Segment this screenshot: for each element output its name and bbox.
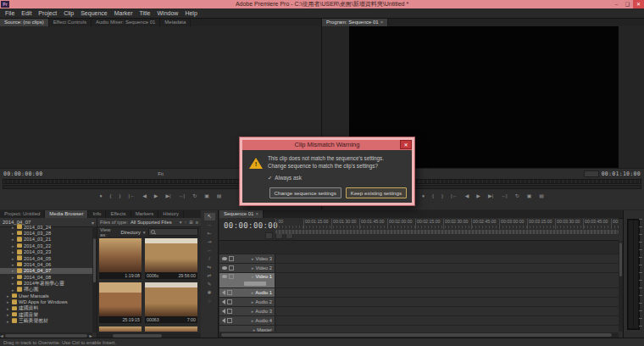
track-lane[interactable]	[275, 298, 619, 306]
clip-thumbnail[interactable]: 0006c 29:56:00	[145, 238, 197, 279]
clip-thumbnail[interactable]: 00063 7:00	[145, 282, 197, 323]
play-icon[interactable]: ▶	[476, 191, 480, 202]
panel-tab[interactable]: Source: (no clips)	[0, 19, 49, 26]
panel-tab[interactable]: Effect Controls	[49, 19, 92, 26]
menu-item[interactable]: Edit	[18, 8, 35, 18]
track-lane[interactable]	[275, 326, 619, 332]
ripple-edit-tool[interactable]: ⇤	[204, 230, 215, 237]
sequence-tab[interactable]: Sequence 01×	[219, 210, 264, 218]
tab-close-icon[interactable]: ×	[380, 19, 384, 26]
folder-item[interactable]: ▸ 2014_03_24	[0, 224, 92, 230]
folder-item[interactable]: ▸ 2014_03_23	[0, 249, 92, 255]
chevron-down-icon[interactable]: ▾	[143, 230, 146, 235]
dialog-close-button[interactable]: ✕	[400, 140, 412, 149]
sync-lock-icon[interactable]	[229, 256, 234, 261]
collapse-track-icon[interactable]: ▸	[252, 274, 254, 279]
expand-icon[interactable]: ▸	[7, 306, 10, 311]
go-to-in-icon[interactable]: |←	[451, 191, 458, 202]
expand-icon[interactable]: ▸	[12, 262, 15, 267]
mark-in-icon[interactable]: {	[432, 191, 434, 202]
folder-item[interactable]: ▸ 2014_04_05	[0, 255, 92, 261]
menu-item[interactable]: Project	[35, 8, 60, 18]
track-row[interactable]: ▸ Audio 2	[219, 298, 619, 307]
go-to-in-icon[interactable]: |←	[129, 191, 136, 202]
folder-item[interactable]: ▸ 2014_03_21	[0, 237, 92, 243]
menu-item[interactable]: Help	[181, 8, 200, 18]
track-lane[interactable]	[275, 264, 619, 272]
up-directory-icon[interactable]: ↑	[184, 220, 186, 225]
track-header[interactable]: ▸ Audio 4	[219, 316, 275, 325]
toggle-track-output-icon[interactable]	[222, 266, 227, 270]
sync-lock-icon[interactable]	[227, 299, 232, 304]
track-header[interactable]: ▸ Video 1	[219, 273, 275, 287]
close-button[interactable]: ✕	[633, 0, 644, 8]
resolution-select[interactable]	[584, 170, 599, 177]
slide-tool[interactable]: ⇄	[204, 272, 215, 280]
track-header[interactable]: ▸ Audio 3	[219, 307, 275, 315]
expand-icon[interactable]: ▸	[12, 237, 15, 242]
track-row[interactable]: ▸ Video 2	[219, 264, 619, 273]
play-icon[interactable]: ▶	[154, 191, 158, 202]
audio-meter[interactable]	[627, 219, 640, 330]
minimize-button[interactable]: –	[611, 0, 622, 8]
panel-tab[interactable]: Metadata	[160, 19, 191, 26]
track-header[interactable]: ▸ Audio 2	[219, 298, 275, 306]
clip-thumbnail-partial[interactable]	[99, 326, 142, 332]
speaker-icon[interactable]	[222, 299, 225, 304]
track-row[interactable]: ▸ Video 3	[219, 254, 619, 264]
dialog-button[interactable]: Change sequence settings	[269, 187, 341, 198]
list-view-icon[interactable]: ≡	[196, 220, 198, 225]
toggle-track-output-icon[interactable]	[222, 275, 227, 278]
clip-thumbnail[interactable]: 25:19:15	[99, 282, 142, 323]
expand-icon[interactable]: ▸	[12, 275, 15, 280]
track-header[interactable]: ▸ Video 3	[219, 254, 275, 263]
clip-thumbnail-partial[interactable]	[145, 326, 197, 332]
menu-item[interactable]: File	[2, 8, 18, 18]
loop-icon[interactable]: ↻	[192, 191, 197, 202]
expand-icon[interactable]: ▸	[7, 319, 10, 324]
track-row[interactable]: ▸ Audio 1	[219, 288, 619, 298]
menu-item[interactable]: Sequence	[77, 8, 111, 18]
folder-item[interactable]: ▸ 2014_03_28	[0, 230, 92, 236]
program-duration[interactable]: 00:01:10:00	[602, 170, 641, 177]
panel-tab[interactable]: Project: Untitled	[0, 210, 45, 218]
sync-lock-icon[interactable]	[229, 265, 234, 271]
menu-item[interactable]: Marker	[111, 8, 136, 18]
clip-preview-image[interactable]	[99, 282, 142, 316]
safe-margins-icon[interactable]: ▣	[527, 191, 532, 202]
folder-item[interactable]: ▸ 2014_03_22	[0, 243, 92, 248]
sync-lock-icon[interactable]	[227, 318, 232, 323]
collapse-track-icon[interactable]: ▸	[252, 265, 254, 271]
expand-icon[interactable]: ▸	[12, 249, 15, 254]
collapse-track-icon[interactable]: ▸	[252, 299, 254, 304]
rolling-edit-tool[interactable]: ⇥	[204, 238, 215, 246]
timeline-timecode[interactable]: 00:00:00:00	[224, 221, 278, 230]
track-row[interactable]: ▸ Audio 3	[219, 307, 619, 316]
clip-preview-image[interactable]	[145, 238, 197, 272]
speaker-icon[interactable]	[222, 309, 225, 314]
thumbnail-view-icon[interactable]: ⊞	[189, 220, 193, 225]
search-input[interactable]	[148, 228, 198, 236]
add-marker-icon[interactable]: ♦	[422, 191, 425, 202]
mark-out-icon[interactable]: }	[441, 191, 443, 202]
panel-tab[interactable]: Media Browser	[45, 210, 88, 218]
file-type-select[interactable]: All Supported Files	[130, 220, 172, 225]
rate-stretch-tool[interactable]: ↔	[204, 247, 215, 254]
panel-tab[interactable]: Markers	[131, 210, 159, 218]
panel-tab[interactable]: Effects	[106, 210, 130, 218]
loop-icon[interactable]: ↻	[515, 191, 519, 202]
hand-tool[interactable]: ✱	[204, 289, 215, 297]
tree-vertical-scrollbar[interactable]	[92, 226, 97, 332]
expand-icon[interactable]: ▸	[12, 287, 15, 293]
step-forward-icon[interactable]: ▶|	[165, 191, 170, 202]
menu-item[interactable]: Window	[153, 8, 181, 18]
folder-item[interactable]: ▸ 2014_04_06	[0, 261, 92, 267]
collapse-track-icon[interactable]: ▸	[253, 327, 256, 332]
expand-icon[interactable]: ▸	[12, 256, 15, 261]
expand-icon[interactable]: ▸	[12, 243, 15, 248]
snap-icon[interactable]	[265, 232, 273, 239]
track-row[interactable]: ▸ Video 1	[219, 273, 619, 288]
collapse-track-icon[interactable]: ▸	[252, 290, 254, 295]
track-row[interactable]: ▸ Master	[219, 326, 619, 332]
expand-icon[interactable]: ▸	[12, 268, 15, 273]
